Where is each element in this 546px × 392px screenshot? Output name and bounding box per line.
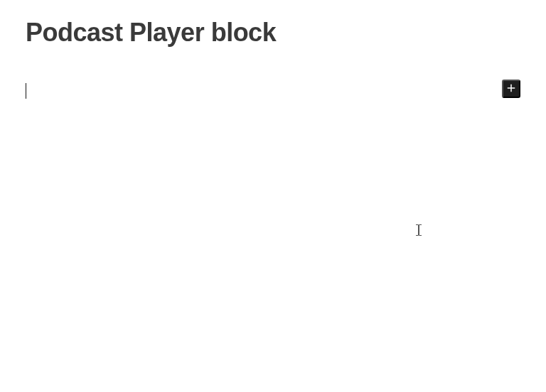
add-block-button[interactable] bbox=[502, 80, 520, 98]
plus-icon bbox=[505, 82, 518, 97]
mouse-cursor-ibeam bbox=[415, 224, 422, 239]
editor-container: Podcast Player block bbox=[0, 0, 546, 120]
paragraph-block[interactable] bbox=[26, 82, 520, 99]
content-row bbox=[26, 82, 520, 103]
post-title[interactable]: Podcast Player block bbox=[26, 17, 520, 48]
